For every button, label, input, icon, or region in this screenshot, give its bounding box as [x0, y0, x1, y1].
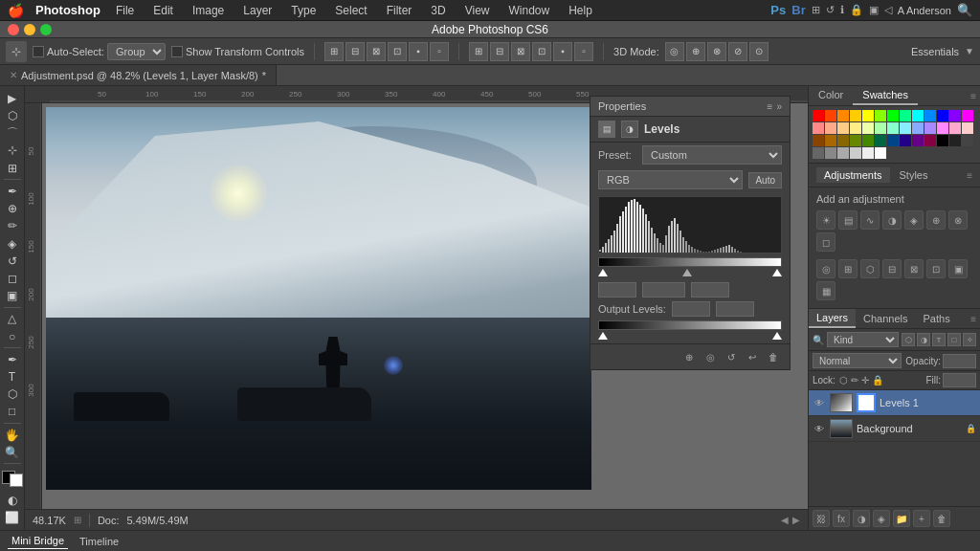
layer-group-btn[interactable]: 📁	[893, 510, 910, 527]
output-black-handle[interactable]	[598, 332, 608, 340]
undo-tool-icon[interactable]: ↺	[723, 348, 740, 365]
nav-right-icon[interactable]: ▶	[792, 515, 800, 525]
output-black-value[interactable]: 0	[672, 301, 710, 317]
layer-mask-btn[interactable]: ◑	[853, 510, 870, 527]
filter-smart-btn[interactable]: ✧	[963, 333, 976, 346]
canvas-image[interactable]	[46, 107, 591, 490]
swatch-mint[interactable]	[875, 122, 886, 134]
menu-select[interactable]: Select	[327, 2, 374, 19]
menu-help[interactable]: Help	[561, 2, 600, 19]
swatch-dark-orange[interactable]	[825, 135, 836, 146]
white-input-handle[interactable]	[772, 269, 782, 276]
invert-btn[interactable]: ⊟	[882, 259, 902, 278]
background-color[interactable]	[10, 474, 23, 487]
swatch-light-orange[interactable]	[825, 122, 836, 134]
preset-select[interactable]: Custom Default	[642, 145, 782, 165]
filter-adj-btn[interactable]: ◑	[917, 333, 930, 346]
tab-layers[interactable]: Layers	[809, 309, 856, 328]
lock-all-icon[interactable]: 🔒	[872, 375, 883, 386]
crop-tool[interactable]: ⊞	[2, 160, 23, 176]
color-lookup-btn[interactable]: ⬡	[860, 259, 880, 278]
tab-channels[interactable]: Channels	[856, 310, 915, 327]
swatch-peach[interactable]	[837, 122, 849, 134]
color-panel-menu-icon[interactable]: ≡	[967, 89, 980, 103]
tab-adjustments[interactable]: Adjustments	[816, 167, 890, 183]
swatch-light-magenta[interactable]	[937, 122, 948, 134]
quick-mask-toggle[interactable]: ◐	[2, 492, 23, 508]
selection-tool[interactable]: ⬡	[2, 107, 23, 123]
volume-icon[interactable]: ◁	[884, 4, 892, 16]
menu-window[interactable]: Window	[501, 2, 558, 19]
opacity-input[interactable]: 100%	[943, 354, 976, 368]
workspace-arrow-icon[interactable]: ▼	[965, 46, 974, 56]
layer-item-levels1[interactable]: 👁 Levels 1	[809, 390, 980, 416]
swatch-light-blue[interactable]	[912, 122, 924, 134]
blend-mode-select[interactable]: Normal Multiply Screen	[813, 353, 902, 368]
shape-tool[interactable]: □	[2, 404, 23, 420]
bw-btn[interactable]: ◻	[816, 232, 835, 252]
3d-btn-5[interactable]: ⊙	[749, 42, 768, 61]
layer-item-background[interactable]: 👁 Background 🔒	[809, 416, 980, 442]
brightness-contrast-btn[interactable]: ☀	[816, 210, 835, 230]
swatch-crimson[interactable]	[924, 135, 936, 146]
filter-type-btn[interactable]: T	[932, 333, 946, 346]
share-icon[interactable]: ⊞	[812, 4, 820, 16]
menu-type[interactable]: Type	[283, 2, 323, 19]
swatch-light-teal[interactable]	[887, 122, 899, 134]
tab-styles[interactable]: Styles	[892, 167, 936, 183]
mid-input-value[interactable]: 1.55	[642, 282, 685, 298]
quick-select-tool[interactable]: ⊹	[2, 143, 23, 159]
dist-btn-4[interactable]: ⊡	[532, 42, 551, 61]
align-center-button[interactable]: ⊟	[345, 42, 365, 61]
align-top-button[interactable]: ⊡	[388, 42, 407, 61]
curves-btn[interactable]: ∿	[860, 210, 880, 230]
dist-btn-1[interactable]: ⊞	[469, 42, 488, 61]
swatch-black[interactable]	[937, 135, 948, 146]
swatch-pale-green[interactable]	[862, 122, 874, 134]
swatch-red[interactable]	[813, 110, 824, 121]
lock-transparent-icon[interactable]: ⬡	[839, 375, 848, 386]
minimize-button[interactable]	[24, 24, 35, 35]
panel-menu-icon[interactable]: ≡	[768, 101, 773, 112]
gradient-tool[interactable]: ▣	[2, 288, 23, 304]
document-tab[interactable]: ✕ Adjustment.psd @ 48.2% (Levels 1, Laye…	[0, 65, 277, 85]
auto-button[interactable]: Auto	[748, 172, 782, 188]
filter-pixel-btn[interactable]: ⬡	[902, 333, 915, 346]
close-button[interactable]	[8, 24, 19, 35]
exposure-btn[interactable]: ◑	[882, 210, 902, 230]
layers-panel-menu-icon[interactable]: ≡	[967, 312, 980, 326]
swatch-yellow[interactable]	[862, 110, 874, 121]
3d-btn-3[interactable]: ⊗	[707, 42, 726, 61]
threshold-btn[interactable]: ⊡	[926, 259, 946, 278]
type-tool[interactable]: T	[2, 368, 23, 385]
swatch-olive[interactable]	[850, 135, 861, 146]
output-white-value[interactable]: 255	[716, 301, 754, 317]
tab-swatches[interactable]: Swatches	[853, 86, 918, 105]
brush-tool[interactable]: ✏	[2, 218, 23, 234]
panel-expand-icon[interactable]: »	[776, 101, 782, 112]
dist-btn-3[interactable]: ⊠	[511, 42, 530, 61]
stamp-tool[interactable]: ◈	[2, 235, 23, 252]
menu-file[interactable]: File	[108, 2, 142, 19]
tab-color[interactable]: Color	[809, 86, 853, 105]
blur-tool[interactable]: △	[2, 311, 23, 327]
colorbalance-btn[interactable]: ⊗	[948, 210, 968, 230]
swatch-brown[interactable]	[813, 135, 824, 146]
swatch-rose[interactable]	[962, 122, 973, 134]
3d-btn-4[interactable]: ⊘	[728, 42, 747, 61]
dist-btn-6[interactable]: ▫	[574, 42, 593, 61]
eraser-tool[interactable]: ◻	[2, 270, 23, 286]
swatch-light-gray2[interactable]	[850, 147, 861, 159]
heal-tool[interactable]: ⊕	[2, 200, 23, 216]
selective-color-btn[interactable]: ▦	[816, 281, 835, 300]
swatch-mid-gray2[interactable]	[825, 147, 836, 159]
menu-edit[interactable]: Edit	[145, 2, 181, 19]
maximize-button[interactable]	[40, 24, 52, 35]
menu-image[interactable]: Image	[185, 2, 232, 19]
swatch-green[interactable]	[887, 110, 899, 121]
output-white-handle[interactable]	[772, 332, 782, 340]
info-icon[interactable]: ℹ	[840, 4, 844, 16]
swatch-yellow-orange[interactable]	[850, 110, 861, 121]
menu-view[interactable]: View	[457, 2, 498, 19]
apple-logo-icon[interactable]: 🍎	[8, 3, 24, 18]
